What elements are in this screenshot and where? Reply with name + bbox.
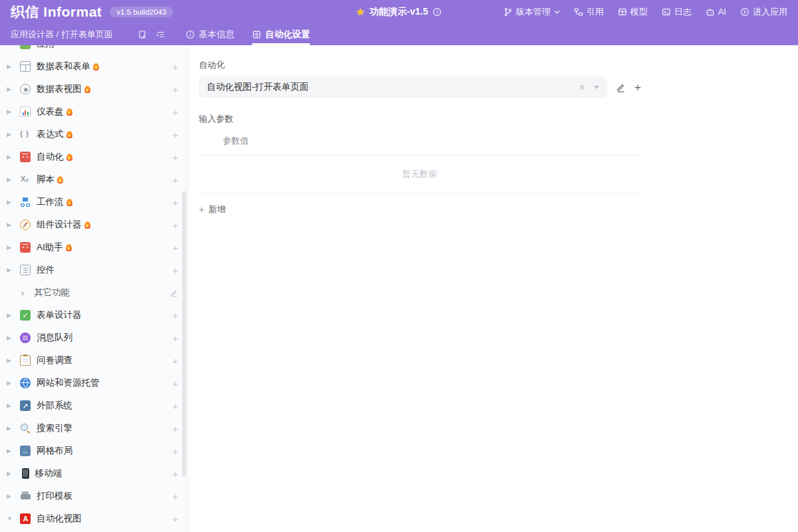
info-circle-icon	[186, 30, 195, 39]
add-item-icon[interactable]: +	[172, 424, 178, 434]
add-item-icon[interactable]: +	[172, 62, 178, 72]
chevron-right-icon[interactable]: ▶	[7, 108, 17, 115]
sidebar-item-external-system[interactable]: ▶外部系统+	[0, 394, 188, 417]
help-circle-icon[interactable]: ?	[433, 7, 442, 17]
add-item-icon[interactable]: +	[172, 152, 178, 162]
add-item-icon[interactable]: +	[172, 175, 178, 185]
chevron-right-icon[interactable]: ▶	[7, 402, 17, 409]
sidebar-item-automation-view[interactable]: ▼自动化视图+	[0, 507, 188, 530]
nav-model[interactable]: 模型	[618, 6, 648, 18]
sidebar-item-automation-robot[interactable]: ▶自动化+	[0, 146, 188, 168]
tab-basic-info-label: 基本信息	[199, 29, 235, 41]
add-item-icon[interactable]: +	[172, 220, 178, 230]
sidebar-item-grid-layout[interactable]: ▶网格布局+	[0, 440, 188, 462]
sidebar-item-survey[interactable]: ▶问卷调查+	[0, 349, 188, 372]
sidebar-item-other[interactable]: ›其它功能	[0, 281, 188, 304]
nav-log[interactable]: 日志	[662, 6, 692, 18]
sidebar-item-script[interactable]: ▶脚本+	[0, 168, 188, 191]
chevron-right-icon[interactable]: ▶	[7, 154, 17, 160]
sidebar-scrollbar[interactable]	[182, 191, 186, 477]
sidebar-item-workflow[interactable]: ▶工作流+	[0, 191, 188, 213]
chevron-right-icon[interactable]: ▶	[7, 334, 17, 341]
app-logo: 织信 Informat	[11, 3, 102, 21]
automation-select[interactable]: 自动化视图-打开表单页面 ✕	[199, 76, 607, 98]
clear-icon[interactable]: ✕	[579, 82, 586, 92]
add-item-icon[interactable]: +	[172, 84, 178, 94]
add-item-icon[interactable]: +	[172, 243, 178, 253]
add-item-icon[interactable]: +	[172, 198, 178, 207]
sidebar-item-dashboard[interactable]: ▶仪表盘+	[0, 100, 188, 123]
note-icon[interactable]	[137, 30, 146, 39]
nav-reference[interactable]: 引用	[574, 6, 604, 18]
workflow-icon	[20, 197, 31, 207]
tab-basic-info[interactable]: 基本信息	[186, 23, 235, 45]
fire-icon	[93, 63, 99, 70]
script-icon	[20, 174, 31, 185]
add-item-icon[interactable]: +	[172, 356, 178, 366]
add-automation-icon[interactable]: +	[634, 82, 641, 93]
tab-automation-settings[interactable]: 自动化设置	[252, 23, 311, 45]
chevron-right-icon[interactable]: ▶	[7, 63, 17, 70]
add-param-label: 新增	[208, 203, 225, 215]
sidebar-item-expression[interactable]: ▶表达式+	[0, 123, 188, 146]
add-param-button[interactable]: + 新增	[199, 203, 245, 215]
outline-icon[interactable]	[156, 30, 166, 39]
version-badge: v1.5 build2043	[110, 7, 173, 17]
chevron-right-icon[interactable]: ▶	[7, 176, 17, 183]
app-icon	[20, 45, 31, 49]
chevron-down-icon[interactable]	[594, 86, 599, 89]
sidebar-item-control[interactable]: ▶控件+	[0, 259, 188, 281]
add-item-icon[interactable]: +	[172, 491, 178, 501]
sidebar-item-website-hosting[interactable]: ▶网站和资源托管+	[0, 372, 188, 394]
sidebar-item-label: 数据表和表单	[37, 61, 90, 72]
add-item-icon[interactable]: +	[172, 514, 178, 524]
add-item-icon[interactable]: +	[172, 130, 178, 140]
add-item-icon[interactable]: +	[172, 469, 178, 479]
chevron-right-icon[interactable]: ▶	[7, 86, 17, 92]
sidebar-item-ai-assistant[interactable]: ▶AI助手+	[0, 236, 188, 259]
sidebar-item-table-view[interactable]: ▶数据表视图+	[0, 78, 188, 100]
sidebar-item-label: 数据表视图	[37, 83, 82, 95]
empty-state: 暂无数据	[199, 156, 640, 194]
chevron-right-icon[interactable]: ▶	[7, 470, 17, 477]
chevron-right-icon[interactable]: ›	[17, 288, 28, 298]
sidebar-item-form-designer[interactable]: ▶表单设计器+	[0, 304, 188, 327]
edit-pencil-icon[interactable]	[170, 289, 178, 297]
sidebar-item-mobile[interactable]: ▶移动端+	[0, 462, 188, 485]
sidebar-item-data-table[interactable]: ▶数据表和表单+	[0, 55, 188, 78]
add-item-icon[interactable]: +	[172, 401, 178, 411]
chevron-right-icon[interactable]: ▶	[7, 199, 17, 205]
chevron-right-icon[interactable]: ▶	[7, 425, 17, 432]
add-item-icon[interactable]: +	[172, 265, 178, 275]
chevron-down-icon[interactable]: ▼	[7, 515, 17, 522]
nav-branch[interactable]: 版本管理	[503, 6, 560, 18]
expression-icon	[20, 129, 31, 140]
sidebar-item-search-engine[interactable]: ▶搜索引擎+	[0, 417, 188, 440]
sidebar-item-print-template[interactable]: ▶打印模板+	[0, 485, 188, 507]
chevron-right-icon[interactable]: ▶	[7, 448, 17, 454]
edit-pencil-icon[interactable]	[616, 82, 626, 92]
add-item-icon[interactable]: +	[172, 333, 178, 343]
chevron-right-icon[interactable]: ▶	[7, 380, 17, 386]
chevron-right-icon[interactable]: ▶	[7, 357, 17, 364]
sidebar-item-message-queue[interactable]: ▶消息队列+	[0, 327, 188, 349]
nav-enter-app[interactable]: 进入应用	[740, 6, 787, 18]
add-item-icon[interactable]: +	[172, 446, 178, 456]
add-item-icon[interactable]: +	[172, 107, 178, 117]
fire-icon	[84, 221, 90, 229]
sidebar-item-label: 表单设计器	[37, 309, 82, 321]
chevron-right-icon[interactable]: ▶	[7, 221, 17, 228]
chevron-right-icon[interactable]: ▶	[7, 493, 17, 499]
chevron-right-icon[interactable]: ▶	[7, 267, 17, 273]
automation-select-value: 自动化视图-打开表单页面	[207, 81, 309, 93]
print-template-icon	[20, 491, 31, 501]
sidebar-item-component-designer[interactable]: ▶组件设计器+	[0, 213, 188, 236]
add-item-icon[interactable]: +	[172, 378, 178, 388]
chevron-right-icon[interactable]: ▶	[7, 244, 17, 251]
chevron-right-icon[interactable]: ▶	[7, 131, 17, 138]
automation-settings-panel: 自动化 自动化视图-打开表单页面 ✕ + 输入参数 参数值 暂无数据 + 新增	[188, 45, 798, 532]
nav-ai[interactable]: AI	[706, 7, 726, 17]
add-item-icon[interactable]: +	[172, 311, 178, 321]
sidebar-item-app[interactable]: 应用	[0, 45, 188, 55]
chevron-right-icon[interactable]: ▶	[7, 312, 17, 319]
